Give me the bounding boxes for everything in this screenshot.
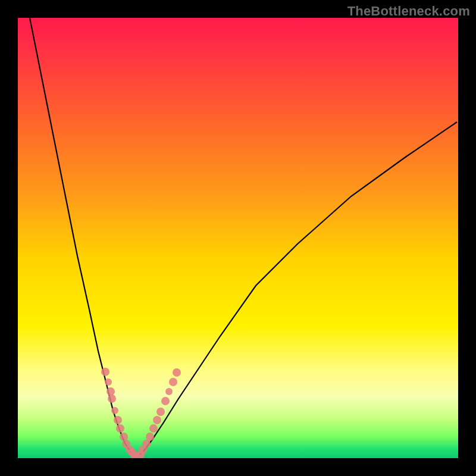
marker-dot [165,388,173,395]
marker-dot [156,408,165,416]
marker-dot [107,387,115,396]
marker-dot [146,433,154,441]
marker-dot [169,378,177,386]
marker-dot [101,368,109,376]
marker-dot [116,424,124,433]
marker-dot [149,424,158,433]
marker-dot [153,416,161,424]
marker-dot [114,416,122,424]
watermark-text: TheBottleneck.com [347,4,470,19]
marker-dot [120,433,128,441]
marker-dot [173,368,181,377]
chart-svg [18,18,458,458]
marker-dot [105,378,112,386]
marker-dot [108,394,116,403]
marker-dot [111,407,118,414]
bottleneck-curve [30,18,457,458]
marker-dot [161,397,170,405]
marker-dot [142,440,151,448]
plot-area [18,18,458,458]
frame: TheBottleneck.com [0,0,476,476]
